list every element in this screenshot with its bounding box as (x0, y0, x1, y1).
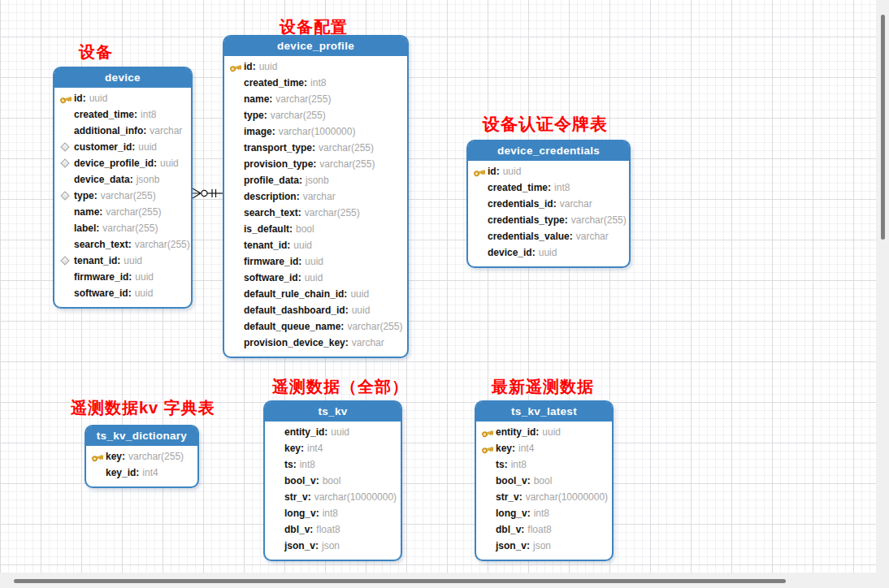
column-str_v[interactable]: str_v:varchar(10000000) (267, 489, 399, 505)
icon-spacer (267, 523, 284, 536)
column-is_default[interactable]: is_default:bool (226, 221, 405, 237)
table-ts_kv[interactable]: ts_kventity_id:uuidkey:int4ts:int8bool_v… (263, 400, 402, 561)
column-name: key: (106, 451, 125, 462)
icon-spacer (226, 288, 244, 300)
column-tenant_id[interactable]: tenant_id:uuid (56, 253, 189, 269)
column-name: bool_v: (496, 475, 531, 486)
column-credentials_type[interactable]: credentials_type:varchar(255) (470, 212, 627, 228)
icon-spacer (478, 491, 496, 504)
column-name: profile_data: (244, 175, 302, 186)
column-search_text[interactable]: search_text:varchar(255) (56, 236, 189, 253)
table-caption-device[interactable]: 设备 (79, 43, 113, 61)
icon-spacer (226, 336, 244, 349)
table-device_credentials[interactable]: device_credentialsid:uuidcreated_time:in… (466, 140, 631, 268)
column-dbl_v[interactable]: dbl_v:float8 (267, 521, 399, 538)
column-bool_v[interactable]: bool_v:bool (267, 473, 399, 489)
column-type[interactable]: type:varchar(255) (56, 188, 189, 204)
column-customer_id[interactable]: customer_id:uuid (56, 139, 189, 155)
table-caption-device_credentials[interactable]: 设备认证令牌表 (483, 115, 608, 133)
column-tenant_id[interactable]: tenant_id:uuid (226, 237, 405, 253)
column-type: int8 (310, 77, 326, 89)
table-device_profile[interactable]: device_profileid:uuidcreated_time:int8na… (223, 35, 409, 358)
column-name: software_id: (74, 288, 132, 299)
table-device[interactable]: deviceid:uuidcreated_time:int8additional… (53, 67, 193, 309)
table-caption-ts_kv_latest[interactable]: 最新遥测数据 (492, 378, 594, 396)
column-type: int4 (307, 443, 323, 454)
column-software_id[interactable]: software_id:uuid (226, 270, 405, 286)
column-credentials_value[interactable]: credentials_value:varchar (470, 228, 627, 244)
column-label[interactable]: label:varchar(255) (56, 220, 189, 236)
column-entity_id[interactable]: entity_id:uuid (478, 424, 610, 440)
table-caption-device_profile[interactable]: 设备配置 (280, 18, 348, 36)
column-name: software_id: (244, 272, 301, 283)
column-created_time[interactable]: created_time:int8 (56, 106, 189, 123)
column-json_v[interactable]: json_v:json (267, 538, 399, 554)
column-key_id[interactable]: key_id:int4 (88, 465, 196, 481)
column-created_time[interactable]: created_time:int8 (470, 179, 627, 196)
column-key[interactable]: key:varchar(255) (88, 448, 196, 465)
icon-spacer (267, 507, 284, 520)
column-long_v[interactable]: long_v:int8 (267, 505, 399, 521)
column-search_text[interactable]: search_text:varchar(255) (226, 205, 405, 221)
icon-spacer (470, 197, 488, 210)
column-entity_id[interactable]: entity_id:uuid (267, 424, 399, 440)
column-device_profile_id[interactable]: device_profile_id:uuid (56, 155, 189, 171)
column-firmware_id[interactable]: firmware_id:uuid (56, 269, 189, 285)
column-type[interactable]: type:varchar(255) (226, 107, 405, 123)
column-id[interactable]: id:uuid (226, 58, 405, 75)
column-name: device_profile_id: (74, 158, 157, 169)
column-json_v[interactable]: json_v:json (478, 538, 610, 554)
column-name: is_default: (244, 223, 293, 235)
column-transport_type[interactable]: transport_type:varchar(255) (226, 140, 405, 156)
column-provision_type[interactable]: provision_type:varchar(255) (226, 156, 405, 172)
column-device_id[interactable]: device_id:uuid (470, 244, 627, 261)
column-dbl_v[interactable]: dbl_v:float8 (478, 521, 610, 538)
column-ts[interactable]: ts:int8 (267, 456, 399, 473)
column-software_id[interactable]: software_id:uuid (56, 285, 189, 301)
diagram-canvas[interactable]: 设备deviceid:uuidcreated_time:int8addition… (0, 0, 876, 573)
column-name: type: (74, 190, 98, 201)
column-id[interactable]: id:uuid (56, 90, 189, 106)
column-type: bool (323, 475, 341, 486)
column-type: int8 (323, 508, 338, 519)
vertical-scrollbar-thumb[interactable] (881, 15, 885, 240)
column-str_v[interactable]: str_v:varchar(10000000) (478, 489, 610, 505)
column-credentials_id[interactable]: credentials_id:varchar (470, 196, 627, 212)
column-type: bool (534, 475, 553, 486)
column-additional_info[interactable]: additional_info:varchar (56, 123, 189, 139)
table-ts_kv_dictionary[interactable]: ts_kv_dictionarykey:varchar(255)key_id:i… (85, 425, 199, 488)
column-profile_data[interactable]: profile_data:jsonb (226, 172, 405, 188)
column-key[interactable]: key:int4 (478, 440, 610, 456)
column-ts[interactable]: ts:int8 (478, 456, 610, 473)
icon-spacer (478, 474, 496, 487)
column-id[interactable]: id:uuid (470, 163, 627, 179)
icon-spacer (226, 109, 244, 122)
column-created_time[interactable]: created_time:int8 (226, 75, 405, 91)
column-bool_v[interactable]: bool_v:bool (478, 473, 610, 489)
column-default_rule_chain_id[interactable]: default_rule_chain_id:uuid (226, 286, 405, 302)
fk-diamond-icon (56, 141, 74, 153)
column-name: credentials_value: (488, 231, 573, 242)
primary-key-icon (226, 60, 244, 73)
table-caption-ts_kv[interactable]: 遥测数据（全部） (272, 378, 409, 396)
column-name[interactable]: name:varchar(255) (56, 204, 189, 220)
column-default_queue_name[interactable]: default_queue_name:varchar(255) (226, 318, 405, 335)
column-type: json (322, 540, 340, 551)
column-name[interactable]: name:varchar(255) (226, 91, 405, 107)
column-firmware_id[interactable]: firmware_id:uuid (226, 253, 405, 270)
column-name: long_v: (284, 508, 319, 519)
column-provision_device_key[interactable]: provision_device_key:varchar (226, 335, 405, 351)
horizontal-scrollbar-thumb[interactable] (14, 579, 786, 583)
column-description[interactable]: description:varchar (226, 188, 405, 205)
column-key[interactable]: key:int4 (267, 440, 399, 456)
column-long_v[interactable]: long_v:int8 (478, 505, 610, 521)
column-name: additional_info: (74, 125, 146, 136)
column-device_data[interactable]: device_data:jsonb (56, 171, 189, 188)
column-image[interactable]: image:varchar(1000000) (226, 123, 405, 140)
column-type: jsonb (137, 174, 160, 185)
column-default_dashboard_id[interactable]: default_dashboard_id:uuid (226, 302, 405, 318)
relationship-connector[interactable] (192, 187, 224, 200)
column-name: created_time: (488, 182, 551, 193)
table-ts_kv_latest[interactable]: ts_kv_latestentity_id:uuidkey:int4ts:int… (475, 400, 614, 561)
table-caption-ts_kv_dictionary[interactable]: 遥测数据kv 字典表 (71, 399, 215, 417)
